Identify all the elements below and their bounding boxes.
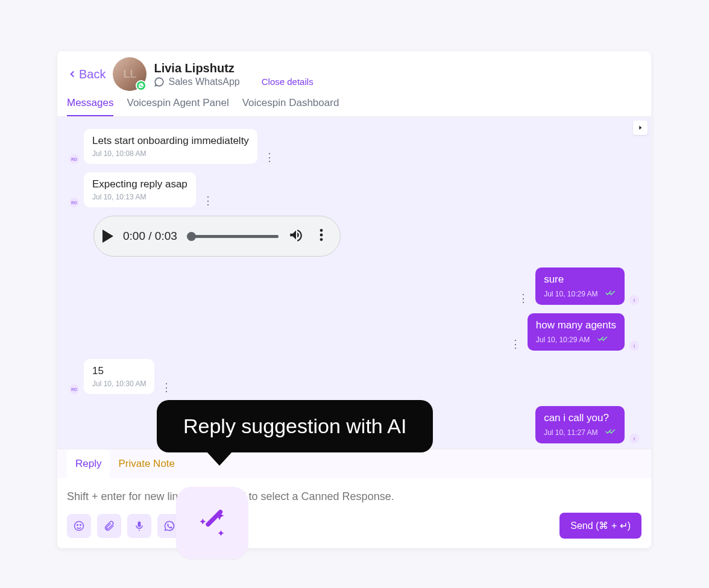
svg-point-3 — [320, 234, 323, 237]
composer-tab-private-note[interactable]: Private Note — [110, 449, 183, 478]
message-row: ⋮ how many agents Jul 10, 10:29 AM I — [69, 313, 639, 351]
message-row: RD Lets start onboarding immediatelty Ju… — [69, 129, 639, 164]
composer: Reply Private Note — [57, 449, 651, 548]
message-timestamp: Jul 10, 10:29 AM — [544, 290, 597, 298]
contact-info: Livia Lipshutz Sales WhatsApp Close deta… — [154, 61, 313, 87]
composer-toolbar — [67, 514, 181, 538]
message-text: Expecting reply asap — [92, 178, 187, 190]
message-bubble[interactable]: Lets start onboarding immediatelty Jul 1… — [84, 129, 257, 164]
message-text: how many agents — [536, 319, 616, 331]
send-button[interactable]: Send (⌘ + ↵) — [559, 513, 641, 539]
svg-marker-1 — [639, 126, 641, 130]
message-menu[interactable]: ⋮ — [508, 337, 523, 351]
paperclip-icon — [103, 520, 115, 532]
message-text: Lets start onboarding immediatelty — [92, 135, 249, 147]
composer-tabs: Reply Private Note — [57, 449, 651, 478]
message-row: ⋮ sure Jul 10, 10:29 AM I — [69, 267, 639, 305]
ai-tooltip: Reply suggestion with AI — [157, 400, 433, 452]
chevron-left-icon — [67, 69, 78, 80]
more-vertical-icon — [314, 227, 329, 243]
sender-avatar: RD — [69, 154, 79, 164]
send-label: Send (⌘ + ↵) — [570, 520, 631, 531]
message-text: can i call you? — [544, 412, 616, 424]
sender-avatar: RD — [69, 198, 79, 207]
message-menu[interactable]: ⋮ — [159, 381, 174, 394]
microphone-icon — [133, 520, 145, 532]
message-text: sure — [544, 274, 616, 286]
message-timestamp: Jul 10, 11:27 AM — [544, 428, 597, 437]
back-button[interactable]: Back — [67, 67, 106, 81]
message-row: RD Expecting reply asap Jul 10, 10:13 AM… — [69, 172, 639, 207]
svg-point-6 — [77, 524, 78, 525]
message-timestamp: Jul 10, 10:08 AM — [92, 149, 249, 158]
audio-message[interactable]: 0:00 / 0:03 — [93, 216, 341, 257]
svg-point-2 — [320, 229, 323, 232]
tab-agent-panel[interactable]: Voicespin Agent Panel — [127, 97, 228, 116]
message-bubble[interactable]: sure Jul 10, 10:29 AM — [535, 267, 625, 305]
channel-label: Sales WhatsApp — [168, 77, 239, 87]
conversation-tabs: Messages Voicespin Agent Panel Voicespin… — [57, 91, 651, 117]
messages-list: RD Lets start onboarding immediatelty Ju… — [57, 117, 651, 449]
audio-menu[interactable] — [314, 227, 329, 245]
whatsapp-badge — [136, 80, 147, 91]
ai-reply-suggestion-button[interactable] — [176, 487, 248, 559]
chevron-right-icon — [637, 125, 643, 131]
magic-wand-icon — [195, 505, 230, 540]
read-receipt-icon — [597, 334, 608, 345]
whatsapp-icon — [138, 83, 144, 89]
message-menu[interactable]: ⋮ — [201, 194, 215, 207]
volume-button[interactable] — [288, 227, 304, 245]
message-bubble[interactable]: 15 Jul 10, 10:30 AM — [84, 359, 154, 394]
emoji-icon — [73, 520, 85, 532]
message-timestamp: Jul 10, 10:13 AM — [92, 193, 187, 201]
contact-avatar[interactable]: LL — [113, 57, 147, 91]
ai-tooltip-text: Reply suggestion with AI — [183, 414, 406, 437]
play-button[interactable] — [102, 230, 113, 243]
sender-avatar: I — [629, 434, 639, 443]
whatsapp-icon — [163, 520, 175, 532]
emoji-button[interactable] — [67, 514, 91, 538]
read-receipt-icon — [605, 288, 616, 299]
sender-avatar: RD — [69, 384, 79, 394]
message-menu[interactable]: ⋮ — [516, 292, 531, 305]
sender-avatar: I — [629, 295, 639, 305]
attachment-button[interactable] — [97, 514, 121, 538]
message-bubble[interactable]: Expecting reply asap Jul 10, 10:13 AM — [84, 172, 196, 207]
message-timestamp: Jul 10, 10:29 AM — [536, 336, 590, 344]
read-receipt-icon — [605, 427, 616, 437]
conversation-panel: Back LL Livia Lipshutz Sales WhatsApp Cl… — [57, 51, 651, 548]
expand-sidebar-button[interactable] — [633, 120, 648, 135]
tab-dashboard[interactable]: Voicespin Dashboard — [242, 97, 339, 116]
message-timestamp: Jul 10, 10:30 AM — [92, 380, 146, 388]
conversation-header: Back LL Livia Lipshutz Sales WhatsApp Cl… — [57, 51, 651, 91]
svg-rect-8 — [205, 509, 224, 528]
message-row: RD 15 Jul 10, 10:30 AM ⋮ — [69, 359, 639, 394]
message-bubble[interactable]: how many agents Jul 10, 10:29 AM — [528, 313, 625, 351]
tab-messages[interactable]: Messages — [67, 97, 113, 116]
audio-seek-slider[interactable] — [187, 235, 279, 238]
composer-tab-reply[interactable]: Reply — [67, 449, 110, 478]
whatsapp-icon — [154, 77, 165, 87]
volume-icon — [288, 227, 304, 243]
svg-point-7 — [80, 524, 81, 525]
message-bubble[interactable]: can i call you? Jul 10, 11:27 AM — [535, 406, 625, 443]
close-details-button[interactable]: Close details — [262, 77, 314, 87]
back-label: Back — [79, 67, 106, 81]
svg-point-5 — [75, 521, 84, 530]
voice-record-button[interactable] — [127, 514, 151, 538]
message-input[interactable] — [67, 481, 641, 513]
svg-point-4 — [320, 238, 323, 241]
sender-avatar: I — [629, 341, 639, 351]
contact-name: Livia Lipshutz — [154, 61, 313, 75]
audio-time: 0:00 / 0:03 — [123, 230, 177, 243]
message-text: 15 — [92, 365, 146, 377]
message-menu[interactable]: ⋮ — [262, 151, 277, 164]
